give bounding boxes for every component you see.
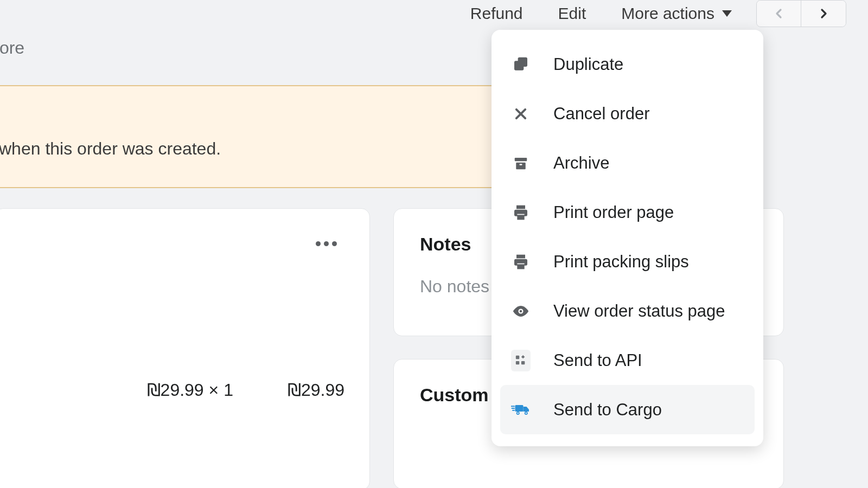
menu-item-label: Print order page	[553, 203, 674, 222]
chevron-right-icon	[817, 7, 830, 20]
close-icon	[511, 104, 531, 124]
more-actions-label: More actions	[621, 4, 714, 23]
svg-rect-1	[518, 57, 527, 66]
svg-rect-5	[516, 162, 526, 169]
store-label-fragment: tore	[0, 38, 24, 58]
menu-item-label: View order status page	[553, 301, 725, 321]
prev-order-button[interactable]	[757, 1, 801, 27]
line-item-unit-qty: ₪29.99 × 1	[147, 380, 233, 400]
svg-point-24	[526, 412, 527, 413]
menu-item-label: Duplicate	[553, 55, 623, 74]
more-actions-menu: Duplicate Cancel order Archive Print ord…	[492, 30, 763, 446]
order-action-bar: Refund Edit More actions	[0, 0, 868, 27]
more-actions-button[interactable]: More actions	[621, 4, 732, 23]
svg-rect-18	[516, 361, 519, 364]
chevron-down-icon	[722, 10, 732, 17]
warning-banner: when this order was created.	[0, 85, 492, 188]
menu-item-label: Cancel order	[553, 104, 649, 124]
menu-item-send-cargo[interactable]: Send to Cargo	[500, 385, 755, 434]
svg-rect-6	[520, 164, 522, 165]
svg-rect-19	[521, 361, 525, 364]
svg-point-16	[520, 310, 522, 312]
card-overflow-menu-button[interactable]	[316, 241, 337, 246]
edit-button[interactable]: Edit	[558, 4, 586, 23]
svg-rect-14	[517, 263, 524, 264]
menu-item-print-order[interactable]: Print order page	[500, 188, 755, 237]
archive-icon	[511, 153, 531, 173]
menu-item-cancel-order[interactable]: Cancel order	[500, 89, 755, 138]
dot-icon	[316, 241, 321, 246]
dot-icon	[332, 241, 337, 246]
widgets-icon	[511, 351, 531, 370]
svg-rect-7	[516, 205, 525, 209]
menu-item-label: Send to API	[553, 351, 642, 370]
print-icon	[511, 252, 531, 272]
truck-icon	[511, 400, 531, 420]
line-item-row: ₪29.99 × 1 ₪29.99	[0, 380, 344, 400]
svg-rect-4	[515, 158, 527, 161]
print-icon	[511, 203, 531, 222]
menu-item-label: Print packing slips	[553, 252, 689, 272]
menu-item-send-api[interactable]: Send to API	[500, 336, 755, 385]
svg-rect-11	[516, 254, 525, 258]
eye-icon	[511, 301, 531, 321]
line-item-total: ₪29.99	[288, 380, 344, 400]
svg-point-23	[518, 412, 519, 413]
warning-text: when this order was created.	[0, 139, 221, 159]
menu-item-label: Send to Cargo	[553, 400, 662, 420]
next-order-button[interactable]	[801, 1, 846, 27]
menu-item-print-packing[interactable]: Print packing slips	[500, 237, 755, 286]
duplicate-icon	[511, 55, 531, 74]
dot-icon	[324, 241, 329, 246]
chevron-left-icon	[773, 7, 786, 20]
menu-item-archive[interactable]: Archive	[500, 138, 755, 188]
order-pager	[756, 0, 846, 27]
svg-rect-20	[515, 405, 524, 412]
refund-button[interactable]: Refund	[470, 4, 523, 23]
line-items-card: ₪29.99 × 1 ₪29.99	[0, 208, 370, 488]
menu-item-label: Archive	[553, 153, 609, 173]
menu-item-view-status[interactable]: View order status page	[500, 286, 755, 336]
svg-rect-17	[516, 355, 519, 358]
svg-rect-10	[517, 214, 524, 215]
menu-item-duplicate[interactable]: Duplicate	[500, 40, 755, 89]
